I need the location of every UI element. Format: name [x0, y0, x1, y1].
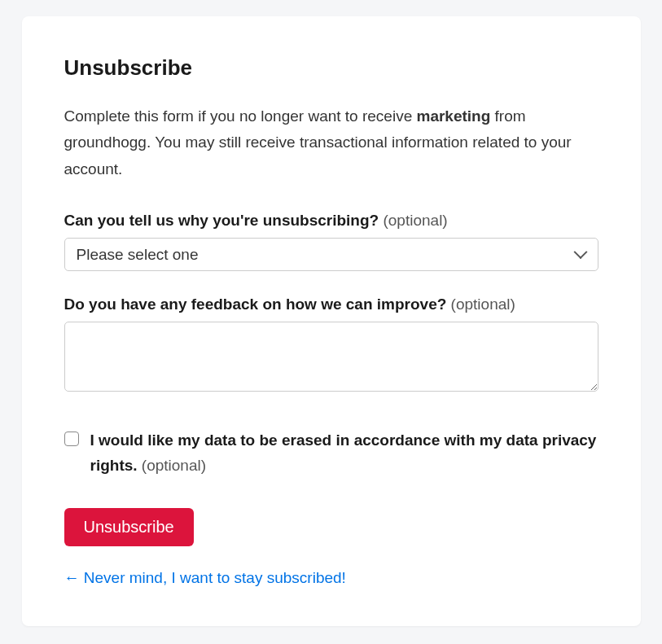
reason-optional: (optional)	[379, 212, 448, 229]
erase-checkbox[interactable]	[64, 432, 79, 446]
reason-label: Can you tell us why you're unsubscribing…	[64, 212, 598, 230]
intro-text: Complete this form if you no longer want…	[64, 103, 598, 182]
intro-bold: marketing	[416, 107, 490, 125]
unsubscribe-button[interactable]: Unsubscribe	[64, 508, 194, 546]
feedback-field: Do you have any feedback on how we can i…	[64, 296, 598, 395]
feedback-optional: (optional)	[446, 296, 515, 313]
feedback-label: Do you have any feedback on how we can i…	[64, 296, 598, 313]
erase-label[interactable]: I would like my data to be erased in acc…	[90, 427, 598, 479]
page-title: Unsubscribe	[64, 55, 598, 81]
reason-select-wrap: Please select one	[64, 238, 598, 271]
feedback-label-text: Do you have any feedback on how we can i…	[64, 296, 447, 313]
reason-select[interactable]: Please select one	[64, 238, 598, 271]
erase-row: I would like my data to be erased in acc…	[64, 427, 598, 479]
intro-pre: Complete this form if you no longer want…	[64, 107, 417, 125]
erase-optional: (optional)	[138, 457, 207, 474]
reason-label-text: Can you tell us why you're unsubscribing…	[64, 212, 379, 229]
stay-subscribed-link[interactable]: ← Never mind, I want to stay subscribed!	[64, 569, 598, 587]
feedback-textarea[interactable]	[64, 322, 598, 392]
reason-field: Can you tell us why you're unsubscribing…	[64, 212, 598, 271]
unsubscribe-card: Unsubscribe Complete this form if you no…	[22, 16, 641, 626]
